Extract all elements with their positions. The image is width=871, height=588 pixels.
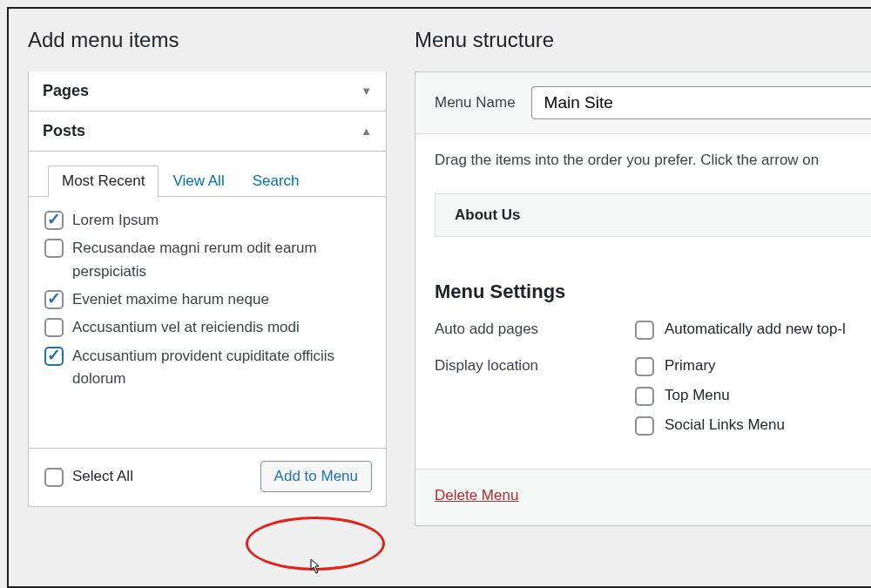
post-item[interactable]: Accusantium provident cupiditate officii… <box>44 345 375 391</box>
tab-most-recent[interactable]: Most Recent <box>48 166 159 197</box>
auto-add-checkbox[interactable] <box>635 321 654 340</box>
caret-up-icon: ▲ <box>361 125 372 138</box>
post-item-label: Recusandae magni rerum odit earum perspi… <box>72 237 375 283</box>
auto-add-pages-label: Auto add pages <box>435 319 635 340</box>
tab-view-all[interactable]: View All <box>159 166 238 197</box>
display-location-label: Social Links Menu <box>665 416 785 434</box>
post-item-label: Eveniet maxime harum neque <box>72 288 269 311</box>
select-all-checkbox[interactable] <box>44 468 64 487</box>
menu-name-label: Menu Name <box>435 94 516 112</box>
posts-toggle[interactable]: Posts ▲ <box>29 111 386 152</box>
menu-item-about-us[interactable]: About Us <box>435 193 871 237</box>
post-item-checkbox[interactable] <box>44 290 64 309</box>
display-location-label: Primary <box>665 357 716 375</box>
pages-toggle[interactable]: Pages ▼ <box>29 71 386 112</box>
display-location-label: Display location <box>435 355 635 436</box>
display-location-checkbox[interactable] <box>635 387 654 406</box>
posts-body: Most Recent View All Search Lorem IpsumR… <box>29 152 386 506</box>
delete-menu-link[interactable]: Delete Menu <box>435 487 518 504</box>
caret-down-icon: ▼ <box>361 84 372 98</box>
post-item-checkbox[interactable] <box>44 347 64 366</box>
display-location-label: Top Menu <box>665 387 730 404</box>
display-location-option[interactable]: Top Menu <box>635 385 785 406</box>
auto-add-option-label: Automatically add new top-l <box>665 321 846 338</box>
add-to-menu-button[interactable]: Add to Menu <box>260 461 372 492</box>
pages-label: Pages <box>43 82 89 100</box>
post-item-label: Lorem Ipsum <box>72 209 159 232</box>
pages-postbox: Pages ▼ Posts ▲ Most Recent View All Sea… <box>28 71 387 507</box>
tab-search[interactable]: Search <box>239 166 314 197</box>
post-item-checkbox[interactable] <box>44 239 64 258</box>
auto-add-option[interactable]: Automatically add new top-l <box>635 319 846 340</box>
display-location-option[interactable]: Social Links Menu <box>635 415 785 436</box>
select-all[interactable]: Select All <box>44 466 133 487</box>
display-location-option[interactable]: Primary <box>635 355 785 376</box>
post-item-label: Accusantium provident cupiditate officii… <box>72 345 375 391</box>
menu-structure-heading: Menu structure <box>415 28 871 52</box>
post-item-label: Accusantium vel at reiciendis modi <box>72 316 300 339</box>
post-item-checkbox[interactable] <box>44 318 64 337</box>
posts-tabs: Most Recent View All Search <box>34 166 386 197</box>
post-item[interactable]: Lorem Ipsum <box>44 209 375 232</box>
display-location-checkbox[interactable] <box>635 357 654 376</box>
menu-name-input[interactable] <box>531 86 871 119</box>
post-item[interactable]: Eveniet maxime harum neque <box>44 288 375 311</box>
add-menu-items-heading: Add menu items <box>28 28 387 52</box>
posts-items-scroll[interactable]: Lorem IpsumRecusandae magni rerum odit e… <box>29 196 386 449</box>
posts-label: Posts <box>43 122 85 140</box>
post-item[interactable]: Accusantium vel at reiciendis modi <box>44 316 375 339</box>
menu-settings-heading: Menu Settings <box>435 280 871 303</box>
menu-structure-panel: Menu Name Drag the items into the order … <box>415 71 871 526</box>
post-item[interactable]: Recusandae magni rerum odit earum perspi… <box>44 237 375 283</box>
display-location-checkbox[interactable] <box>635 416 654 436</box>
select-all-label: Select All <box>72 468 133 485</box>
post-item-checkbox[interactable] <box>44 211 64 230</box>
drag-hint-text: Drag the items into the order you prefer… <box>435 152 871 169</box>
